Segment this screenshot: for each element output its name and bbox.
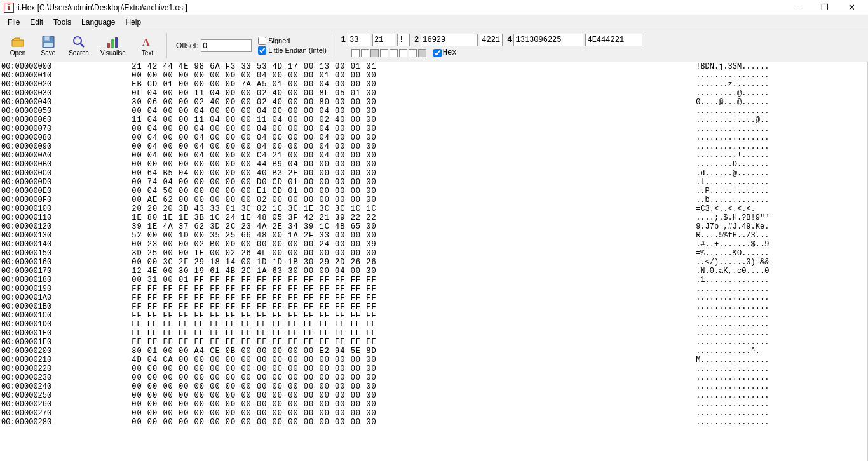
cell-hex[interactable]: 00 04 00 00 04 00 00 00 04 00 00 00 04 0… xyxy=(130,107,695,116)
cell-hex[interactable]: 20 20 20 3D 43 33 01 3C 02 1C 3C 1E 3C 3… xyxy=(130,204,695,213)
cell-hex[interactable]: 80 01 00 00 A4 CE 0B 00 00 00 00 00 E2 9… xyxy=(130,347,695,356)
close-button[interactable]: ✕ xyxy=(839,0,864,15)
cell-hex[interactable]: 00 00 00 00 00 00 00 00 00 00 00 00 00 0… xyxy=(130,373,695,382)
cell-hex[interactable]: 00 00 00 00 00 00 00 00 04 00 00 00 01 0… xyxy=(130,71,695,80)
cell-address: 00:00000220 xyxy=(0,364,130,373)
hex-table: 00:0000000021 42 44 4E 98 6A F3 33 53 4D… xyxy=(0,62,867,427)
cell-hex[interactable]: 00 04 50 00 00 00 00 00 E1 CD 01 00 00 0… xyxy=(130,187,695,196)
table-row: 00:000001E0FF FF FF FF FF FF FF FF FF FF… xyxy=(0,329,867,338)
cell-hex[interactable]: FF FF FF FF FF FF FF FF FF FF FF FF FF F… xyxy=(130,329,695,338)
menubar-item-tools[interactable]: Tools xyxy=(48,15,76,29)
cell-address: 00:00000180 xyxy=(0,276,130,284)
offset-input[interactable] xyxy=(201,39,252,52)
cell-hex[interactable]: 00 04 00 00 04 00 00 00 04 00 00 00 04 0… xyxy=(130,142,695,151)
cell-ascii: R....5%fH../3... xyxy=(695,231,867,240)
cell-ascii: =C3.<..<.<.<. xyxy=(695,204,867,213)
cell-ascii: ................ xyxy=(695,124,867,133)
cell-hex[interactable]: 00 00 00 00 00 00 00 00 00 00 00 00 00 0… xyxy=(130,382,695,391)
cell-hex[interactable]: 4D 04 CA 00 00 00 00 00 00 00 00 00 00 0… xyxy=(130,356,695,364)
table-row: 00:000000F000 AE 62 00 00 00 00 00 02 00… xyxy=(0,196,867,204)
table-row: 00:0000022000 00 00 00 00 00 00 00 00 00… xyxy=(0,364,867,373)
titlebar-title: i.Hex [C:\Users\admin\Desktop\Extra\arch… xyxy=(18,3,187,12)
little-endian-checkbox[interactable] xyxy=(258,46,266,55)
cell-hex[interactable]: EB CD 01 00 00 00 00 7A A5 01 00 00 04 0… xyxy=(130,80,695,89)
offset-area: Offset: xyxy=(176,39,252,52)
visualise-label: Visualise xyxy=(100,50,126,57)
svg-line-6 xyxy=(80,43,84,47)
cb5 xyxy=(390,49,398,57)
cb4 xyxy=(380,49,388,57)
cell-hex[interactable]: 00 04 00 00 04 00 00 00 04 00 00 00 04 0… xyxy=(130,133,695,142)
cell-hex[interactable]: 3D 25 00 00 1E 00 02 26 4F 00 00 00 00 0… xyxy=(130,249,695,258)
save-button[interactable]: Save xyxy=(34,31,62,60)
search-button[interactable]: Search xyxy=(65,31,93,60)
table-row: 00:00000020EB CD 01 00 00 00 00 7A A5 01… xyxy=(0,80,867,89)
maximize-button[interactable]: ❐ xyxy=(812,0,837,15)
cell-address: 00:00000280 xyxy=(0,418,130,427)
cell-hex[interactable]: 52 00 00 1D 00 35 25 66 48 00 1A 2F 33 0… xyxy=(130,231,695,240)
table-row: 00:00000190FF FF FF FF FF FF FF FF FF FF… xyxy=(0,284,867,293)
cell-hex[interactable]: FF FF FF FF FF FF FF FF FF FF FF FF FF F… xyxy=(130,338,695,347)
visualise-button[interactable]: Visualise xyxy=(95,31,131,60)
menubar: FileEditToolsLanguageHelp xyxy=(0,15,868,29)
offset-label: Offset: xyxy=(176,41,198,50)
cell-hex[interactable]: 12 4E 00 30 19 61 4B 2C 1A 63 30 00 00 0… xyxy=(130,267,695,276)
minimize-button[interactable]: — xyxy=(785,0,811,15)
cb7 xyxy=(409,49,417,57)
hex-container[interactable]: 00:0000000021 42 44 4E 98 6A F3 33 53 4D… xyxy=(0,62,868,461)
cell-hex[interactable]: 30 06 00 00 02 40 00 00 02 40 00 00 80 0… xyxy=(130,98,695,107)
menubar-item-language[interactable]: Language xyxy=(76,15,120,29)
cell-hex[interactable]: 00 64 B5 04 00 00 00 00 40 B3 2E 00 00 0… xyxy=(130,169,695,178)
titlebar: i i.Hex [C:\Users\admin\Desktop\Extra\ar… xyxy=(0,0,868,15)
col1-val1: 33 xyxy=(348,34,370,46)
cell-hex[interactable]: 39 1E 4A 37 62 3D 2C 23 4A 2E 34 39 1C 4… xyxy=(130,222,695,231)
cell-ascii: ..b............. xyxy=(695,196,867,204)
cell-hex[interactable]: 00 23 00 00 02 B0 00 00 00 00 00 00 24 0… xyxy=(130,240,695,249)
cell-hex[interactable]: FF FF FF FF FF FF FF FF FF FF FF FF FF F… xyxy=(130,311,695,320)
cell-hex[interactable]: 00 74 04 00 00 00 00 00 D0 CD 01 00 00 0… xyxy=(130,178,695,187)
table-row: 00:0000008000 04 00 00 04 00 00 00 04 00… xyxy=(0,133,867,142)
table-row: 00:0000013052 00 00 1D 00 35 25 66 48 00… xyxy=(0,231,867,240)
cell-hex[interactable]: 00 00 00 00 00 00 00 00 44 B9 04 00 00 0… xyxy=(130,160,695,169)
text-button[interactable]: A Text xyxy=(133,31,161,60)
table-row: 00:0000006011 04 00 00 11 04 00 00 11 04… xyxy=(0,116,867,124)
table-row: 00:000000A000 04 00 00 04 00 00 00 C4 21… xyxy=(0,151,867,160)
cell-hex[interactable]: FF FF FF FF FF FF FF FF FF FF FF FF FF F… xyxy=(130,293,695,302)
table-row: 00:0000017012 4E 00 30 19 61 4B 2C 1A 63… xyxy=(0,267,867,276)
cell-address: 00:00000120 xyxy=(0,222,130,231)
cell-hex[interactable]: FF FF FF FF FF FF FF FF FF FF FF FF FF F… xyxy=(130,284,695,293)
open-button[interactable]: Open xyxy=(4,31,32,60)
cell-hex[interactable]: 00 04 00 00 04 00 00 00 04 00 00 00 04 0… xyxy=(130,124,695,133)
cell-hex[interactable]: 11 04 00 00 11 04 00 00 11 04 00 00 02 4… xyxy=(130,116,695,124)
cell-address: 00:00000020 xyxy=(0,80,130,89)
cell-hex[interactable]: 00 00 00 00 00 00 00 00 00 00 00 00 00 0… xyxy=(130,364,695,373)
signed-checkbox[interactable] xyxy=(258,37,266,45)
cell-hex[interactable]: FF FF FF FF FF FF FF FF FF FF FF FF FF F… xyxy=(130,302,695,311)
cell-ascii: ................ xyxy=(695,391,867,400)
menubar-item-help[interactable]: Help xyxy=(120,15,146,29)
cell-hex[interactable]: 00 00 00 00 00 00 00 00 00 00 00 00 00 0… xyxy=(130,400,695,409)
cell-hex[interactable]: 00 00 3C 2F 29 18 14 00 1D 1D 1B 30 29 2… xyxy=(130,258,695,267)
table-row: 00:0000024000 00 00 00 00 00 00 00 00 00… xyxy=(0,382,867,391)
cell-hex[interactable]: 0F 04 00 00 11 04 00 00 02 40 00 00 8F 0… xyxy=(130,89,695,98)
col1-label: 1 xyxy=(341,36,346,44)
menubar-item-edit[interactable]: Edit xyxy=(25,15,48,29)
cell-ascii: =%......&O...... xyxy=(695,249,867,258)
cell-hex[interactable]: 1E 80 1E 1E 3B 1C 24 1E 48 05 3F 42 21 3… xyxy=(130,213,695,222)
cell-address: 00:00000190 xyxy=(0,284,130,293)
hex-checkbox[interactable] xyxy=(433,49,442,57)
menubar-item-file[interactable]: File xyxy=(3,15,25,29)
cell-hex[interactable]: FF FF FF FF FF FF FF FF FF FF FF FF FF F… xyxy=(130,320,695,329)
table-row: 00:000000B000 00 00 00 00 00 00 00 44 B9… xyxy=(0,160,867,169)
cell-hex[interactable]: 00 04 00 00 04 00 00 00 C4 21 00 00 04 0… xyxy=(130,151,695,160)
svg-text:A: A xyxy=(142,37,150,48)
cell-hex[interactable]: 21 42 44 4E 98 6A F3 33 53 4D 17 00 13 0… xyxy=(130,62,695,71)
table-row: 00:000000300F 04 00 00 11 04 00 00 02 40… xyxy=(0,89,867,98)
cell-hex[interactable]: 00 AE 62 00 00 00 00 00 02 00 00 00 00 0… xyxy=(130,196,695,204)
table-row: 00:0000025000 00 00 00 00 00 00 00 00 00… xyxy=(0,391,867,400)
table-row: 00:0000028000 00 00 00 00 00 00 00 00 00… xyxy=(0,418,867,427)
cell-hex[interactable]: 00 31 00 01 FF FF FF FF FF FF FF FF FF F… xyxy=(130,276,695,284)
cell-hex[interactable]: 00 00 00 00 00 00 00 00 00 00 00 00 00 0… xyxy=(130,409,695,418)
cell-hex[interactable]: 00 00 00 00 00 00 00 00 00 00 00 00 00 0… xyxy=(130,391,695,400)
cell-hex[interactable]: 00 00 00 00 00 00 00 00 00 00 00 00 00 0… xyxy=(130,418,695,427)
